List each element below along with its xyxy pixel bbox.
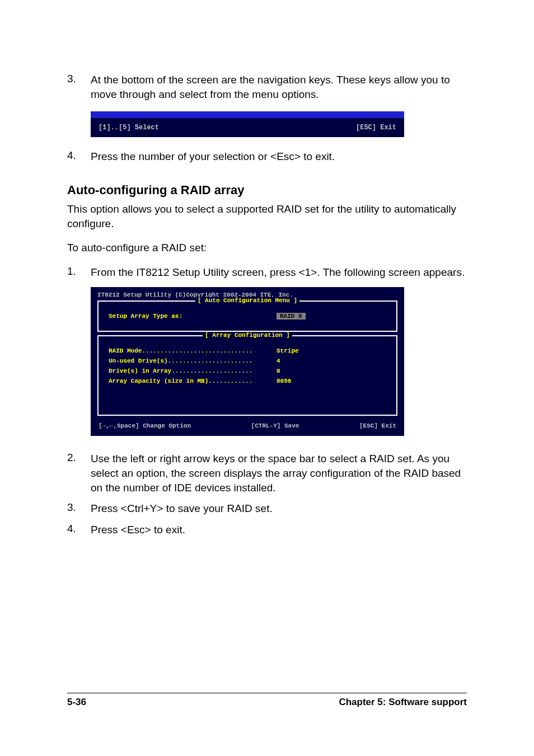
bios-box-array-config: [ Array Configuration ] RAID Mode.......…: [97, 335, 397, 416]
bios-row-value: 8056: [277, 378, 291, 384]
bios-footer-right: [ESC] Exit: [359, 422, 396, 429]
section-lead: To auto-configure a RAID set:: [67, 241, 467, 255]
footer-rule: [67, 693, 467, 693]
bios-box-auto-config: [ Auto Configuration Menu ] Setup Array …: [97, 300, 397, 332]
bios-array-type-label: Setup Array Type as:: [109, 313, 277, 320]
chapter-title: Chapter 5: Software support: [339, 697, 467, 708]
section-intro: This option allows you to select a suppo…: [67, 202, 467, 231]
step-b3: 3. Press <Ctrl+Y> to save your RAID set.: [67, 501, 467, 516]
step-number: 2.: [67, 452, 91, 495]
step-3: 3. At the bottom of the screen are the n…: [67, 73, 467, 101]
step-number: 3.: [67, 501, 91, 516]
step-text: Press <Ctrl+Y> to save your RAID set.: [91, 501, 273, 516]
step-number: 4.: [67, 149, 91, 164]
bios-row-label: RAID Mode..............................: [109, 348, 277, 354]
bios-footer-left: [→,←,Space] Change Option: [99, 422, 191, 429]
step-number: 1.: [67, 265, 91, 280]
bios-row-label: Un-used Drive(s).......................: [109, 358, 277, 364]
bios-box2-legend: [ Array Configuration ]: [203, 332, 292, 339]
step-b2: 2. Use the left or right arrow keys or t…: [67, 452, 467, 495]
bios-row-value: 4: [277, 358, 280, 364]
step-list-bottom: 1. From the IT8212 Setup Utility screen,…: [67, 265, 467, 280]
step-text: Use the left or right arrow keys or the …: [91, 452, 467, 495]
bios-footer-mid: [CTRL-Y] Save: [251, 422, 299, 429]
navkeys-left: [1]..[5] Select: [99, 124, 159, 132]
step-text: Press <Esc> to exit.: [91, 523, 185, 537]
step-text: Press the number of your selection or <E…: [91, 149, 335, 164]
bios-row-value: Stripe: [277, 348, 299, 354]
navkeys-right: [ESC] Exit: [356, 124, 396, 132]
navkeys-screenshot: [1]..[5] Select [ESC] Exit: [91, 111, 404, 137]
bios-row-label: Array Capacity (size in MB)............: [109, 378, 277, 384]
bios-screenshot: IT8212 Setup Utility (C)Copyright 2002-2…: [91, 287, 404, 436]
step-text: At the bottom of the screen are the navi…: [91, 73, 467, 101]
step-number: 3.: [67, 73, 91, 101]
bios-box1-legend: [ Auto Configuration Menu ]: [195, 297, 299, 304]
bios-row: Drive(s) in Array...................... …: [109, 368, 386, 374]
bios-array-type-value: RAID 0: [277, 313, 306, 320]
bios-row: Array Capacity (size in MB)............ …: [109, 378, 386, 384]
page-number: 5-36: [67, 697, 86, 708]
step-list-top-cont: 4. Press the number of your selection or…: [67, 149, 467, 164]
section-heading: Auto-configuring a RAID array: [67, 183, 467, 198]
page-content: 3. At the bottom of the screen are the n…: [0, 0, 534, 537]
page-footer: 5-36 Chapter 5: Software support: [67, 693, 467, 708]
step-b1: 1. From the IT8212 Setup Utility screen,…: [67, 265, 467, 280]
bios-row-label: Drive(s) in Array......................: [109, 368, 277, 374]
step-list-top: 3. At the bottom of the screen are the n…: [67, 73, 467, 101]
bios-row: RAID Mode.............................. …: [109, 348, 386, 354]
step-b4: 4. Press <Esc> to exit.: [67, 523, 467, 537]
step-list-bottom-cont: 2. Use the left or right arrow keys or t…: [67, 452, 467, 537]
bios-row-value: 0: [277, 368, 280, 374]
step-4: 4. Press the number of your selection or…: [67, 149, 467, 164]
bios-footer: [→,←,Space] Change Option [CTRL-Y] Save …: [97, 419, 397, 429]
step-number: 4.: [67, 523, 91, 537]
step-text: From the IT8212 Setup Utility screen, pr…: [91, 265, 465, 280]
bios-row: Un-used Drive(s)....................... …: [109, 358, 386, 364]
